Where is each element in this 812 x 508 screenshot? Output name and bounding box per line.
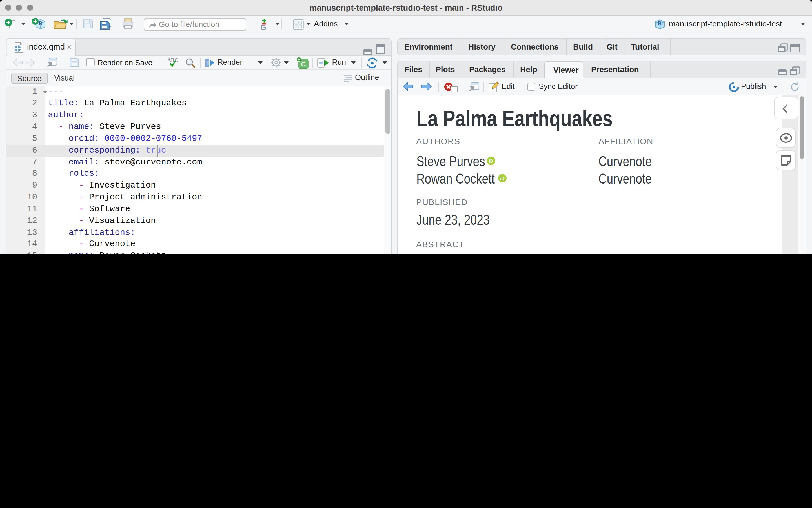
svg-text:C: C (300, 60, 306, 68)
svg-text:R: R (38, 20, 43, 27)
svg-text:G: G (260, 23, 266, 31)
svg-text:iD: iD (489, 159, 493, 164)
svg-text:R: R (658, 20, 662, 27)
svg-text:iD: iD (500, 176, 504, 181)
svg-text:ABC: ABC (167, 57, 178, 63)
